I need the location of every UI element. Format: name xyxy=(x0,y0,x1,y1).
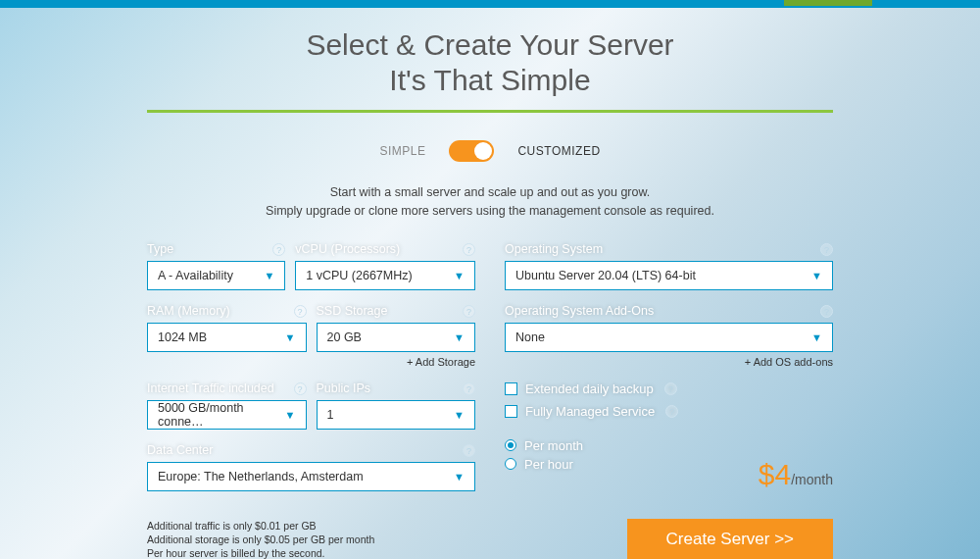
mode-toggle[interactable] xyxy=(449,140,494,162)
intro-line-1: Start with a small server and scale up a… xyxy=(147,183,833,202)
dc-value: Europe: The Netherlands, Amsterdam xyxy=(158,470,364,483)
os-label: Operating System xyxy=(505,242,833,256)
chevron-down-icon: ▼ xyxy=(264,270,274,281)
help-icon[interactable]: ? xyxy=(463,382,475,395)
os-dropdown[interactable]: Ubuntu Server 20.04 (LTS) 64-bit ▼ xyxy=(505,261,833,290)
ram-dropdown[interactable]: 1024 MB ▼ xyxy=(147,323,307,352)
help-icon[interactable]: ? xyxy=(463,444,475,457)
top-bar xyxy=(0,0,980,8)
title-line-2: It's That Simple xyxy=(147,63,833,98)
os-addons-dropdown[interactable]: None ▼ xyxy=(505,323,833,352)
help-icon[interactable]: ? xyxy=(820,243,833,256)
chevron-down-icon: ▼ xyxy=(285,409,296,421)
help-icon[interactable]: ? xyxy=(463,243,475,256)
ssd-dropdown[interactable]: 20 GB ▼ xyxy=(317,323,476,352)
intro-text: Start with a small server and scale up a… xyxy=(147,183,833,221)
traffic-label: Internet Traffic included xyxy=(147,381,307,395)
help-icon[interactable]: ? xyxy=(294,382,307,395)
ips-dropdown[interactable]: 1 ▼ xyxy=(317,400,476,430)
mode-customized-label[interactable]: CUSTOMIZED xyxy=(517,144,600,158)
ips-label: Public IPs xyxy=(317,381,476,395)
config-form: Type ? A - Availability ▼ vCPU (Processo… xyxy=(147,242,833,505)
chevron-down-icon: ▼ xyxy=(454,270,465,281)
create-server-button[interactable]: Create Server >> xyxy=(627,519,833,559)
chevron-down-icon: ▼ xyxy=(285,331,296,343)
vcpu-value: 1 vCPU (2667MHz) xyxy=(306,269,412,282)
ssd-value: 20 GB xyxy=(327,330,362,344)
vcpu-label: vCPU (Processors) xyxy=(295,242,475,256)
ram-label: RAM (Memory) xyxy=(147,304,307,318)
help-icon[interactable]: ? xyxy=(665,405,678,418)
dc-dropdown[interactable]: Europe: The Netherlands, Amsterdam ▼ xyxy=(147,462,475,491)
fine-line-2: Additional storage is only $0.05 per GB … xyxy=(147,533,374,546)
add-os-addons-link[interactable]: + Add OS add-ons xyxy=(505,356,833,368)
intro-line-2: Simply upgrade or clone more servers usi… xyxy=(147,202,833,221)
page-title: Select & Create Your Server It's That Si… xyxy=(147,27,833,98)
title-line-1: Select & Create Your Server xyxy=(306,28,673,61)
chevron-down-icon: ▼ xyxy=(811,331,822,343)
chevron-down-icon: ▼ xyxy=(454,331,465,343)
options-block: Extended daily backup ? Fully Managed Se… xyxy=(505,381,833,419)
mode-toggle-row: SIMPLE CUSTOMIZED xyxy=(147,140,833,162)
vcpu-dropdown[interactable]: 1 vCPU (2667MHz) ▼ xyxy=(295,261,475,290)
help-icon[interactable]: ? xyxy=(463,305,475,318)
title-divider xyxy=(147,110,833,113)
per-hour-radio[interactable] xyxy=(505,458,516,470)
ram-value: 1024 MB xyxy=(158,330,207,344)
nav-signup-button[interactable] xyxy=(784,0,872,6)
managed-checkbox[interactable] xyxy=(505,405,517,418)
type-label: Type xyxy=(147,242,285,256)
chevron-down-icon: ▼ xyxy=(454,409,465,421)
toggle-knob xyxy=(474,142,492,160)
fine-line-3: Per hour server is billed by the second. xyxy=(147,546,374,559)
help-icon[interactable]: ? xyxy=(820,305,833,318)
dc-label: Data Center xyxy=(147,443,475,457)
managed-label: Fully Managed Service xyxy=(525,404,655,419)
chevron-down-icon: ▼ xyxy=(811,270,822,281)
mode-simple-label[interactable]: SIMPLE xyxy=(379,144,425,158)
traffic-value: 5000 GB/month conne… xyxy=(158,401,285,429)
fine-print: Additional traffic is only $0.01 per GB … xyxy=(147,519,374,560)
backup-label: Extended daily backup xyxy=(525,381,654,396)
type-dropdown[interactable]: A - Availability ▼ xyxy=(147,261,285,290)
per-month-label: Per month xyxy=(524,438,583,453)
os-value: Ubuntu Server 20.04 (LTS) 64-bit xyxy=(515,269,696,282)
main-panel: Select & Create Your Server It's That Si… xyxy=(147,8,833,559)
os-addons-label: Operating System Add-Ons xyxy=(505,304,833,318)
chevron-down-icon: ▼ xyxy=(454,471,465,483)
ips-value: 1 xyxy=(327,408,334,422)
os-addons-value: None xyxy=(515,330,545,344)
add-storage-link[interactable]: + Add Storage xyxy=(317,356,476,368)
form-left-column: Type ? A - Availability ▼ vCPU (Processo… xyxy=(147,242,475,505)
price-amount: $4 xyxy=(759,458,791,490)
traffic-dropdown[interactable]: 5000 GB/month conne… ▼ xyxy=(147,400,307,430)
help-icon[interactable]: ? xyxy=(294,305,307,318)
form-right-column: Operating System ? Ubuntu Server 20.04 (… xyxy=(505,242,833,505)
footer-row: Additional traffic is only $0.01 per GB … xyxy=(147,519,833,560)
price-unit: /month xyxy=(791,472,833,487)
fine-line-1: Additional traffic is only $0.01 per GB xyxy=(147,519,374,533)
per-month-radio[interactable] xyxy=(505,439,516,451)
per-hour-label: Per hour xyxy=(524,457,573,472)
ssd-label: SSD Storage xyxy=(317,304,476,318)
help-icon[interactable]: ? xyxy=(272,243,285,256)
type-value: A - Availability xyxy=(158,269,233,282)
help-icon[interactable]: ? xyxy=(664,382,677,395)
backup-checkbox[interactable] xyxy=(505,382,517,395)
